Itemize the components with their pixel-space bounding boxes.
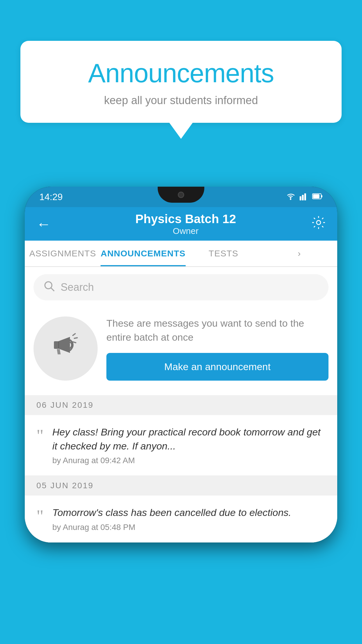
phone-wrapper: 14:29 — [25, 187, 337, 644]
user-role: Owner — [60, 226, 312, 236]
announcement-item-1[interactable]: " Hey class! Bring your practical record… — [25, 415, 337, 476]
speech-bubble-card: Announcements keep all your students inf… — [20, 41, 342, 123]
phone-frame: 14:29 — [25, 187, 337, 542]
announcement-author-2: by Anurag at 05:48 PM — [52, 523, 326, 532]
app-bar: ← Physics Batch 12 Owner — [25, 207, 337, 241]
batch-name: Physics Batch 12 — [60, 212, 312, 226]
svg-point-7 — [317, 220, 321, 225]
tab-assignments[interactable]: ASSIGNMENTS — [25, 241, 101, 266]
announcement-prompt: These are messages you want to send to t… — [25, 308, 337, 395]
date-separator-1: 06 JUN 2019 — [25, 395, 337, 415]
svg-point-8 — [45, 282, 52, 289]
svg-line-11 — [73, 334, 75, 335]
phone-notch — [158, 187, 204, 203]
svg-line-12 — [74, 338, 77, 338]
announcement-message-2: Tomorrow's class has been cancelled due … — [52, 506, 326, 520]
status-time: 14:29 — [39, 192, 63, 202]
announcements-subtitle: keep all your students informed — [44, 94, 318, 107]
announcements-title: Announcements — [44, 58, 318, 88]
tab-announcements[interactable]: ANNOUNCEMENTS — [101, 241, 185, 266]
settings-button[interactable] — [312, 216, 326, 232]
signal-icon — [300, 192, 308, 202]
date-separator-2: 05 JUN 2019 — [25, 476, 337, 496]
search-icon — [44, 281, 55, 294]
wifi-icon — [286, 192, 295, 202]
quote-icon-2: " — [36, 507, 44, 525]
svg-point-0 — [290, 199, 291, 200]
tabs-bar: ASSIGNMENTS ANNOUNCEMENTS TESTS › — [25, 241, 337, 267]
svg-rect-6 — [313, 194, 319, 198]
quote-icon-1: " — [36, 427, 44, 444]
announcement-prompt-content: These are messages you want to send to t… — [106, 316, 328, 381]
speech-bubble-tail — [169, 123, 193, 139]
announcement-description: These are messages you want to send to t… — [106, 316, 328, 344]
tab-more[interactable]: › — [261, 241, 337, 266]
svg-line-13 — [73, 342, 76, 343]
svg-rect-3 — [304, 193, 306, 200]
search-bar[interactable]: Search — [34, 274, 328, 300]
svg-line-9 — [51, 288, 54, 291]
announcement-item-2[interactable]: " Tomorrow's class has been cancelled du… — [25, 496, 337, 542]
speech-bubble-section: Announcements keep all your students inf… — [20, 41, 342, 139]
app-bar-title-section: Physics Batch 12 Owner — [60, 212, 312, 236]
announcement-text-1: Hey class! Bring your practical record b… — [52, 425, 326, 465]
status-icons — [286, 192, 323, 202]
megaphone-icon-circle — [34, 316, 98, 381]
announcement-message-1: Hey class! Bring your practical record b… — [52, 425, 326, 453]
tab-tests[interactable]: TESTS — [186, 241, 261, 266]
back-button[interactable]: ← — [36, 216, 51, 232]
content-area: Search — [25, 267, 337, 542]
search-placeholder: Search — [61, 281, 94, 293]
svg-rect-10 — [54, 341, 59, 349]
make-announcement-button[interactable]: Make an announcement — [106, 353, 328, 381]
megaphone-icon — [50, 330, 82, 368]
announcement-text-2: Tomorrow's class has been cancelled due … — [52, 506, 326, 532]
svg-rect-1 — [300, 196, 301, 200]
svg-rect-5 — [321, 195, 322, 197]
battery-icon — [312, 192, 323, 202]
status-bar: 14:29 — [25, 187, 337, 207]
announcement-author-1: by Anurag at 09:42 AM — [52, 456, 326, 465]
front-camera — [178, 192, 184, 198]
svg-rect-2 — [302, 195, 304, 200]
